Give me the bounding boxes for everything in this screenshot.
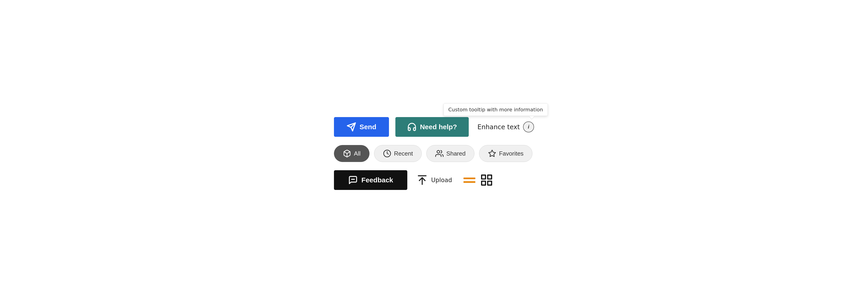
upload-label: Upload [431, 177, 452, 184]
feedback-label: Feedback [362, 176, 393, 184]
main-container: Custom tooltip with more information Sen… [320, 103, 548, 204]
filter-shared-label: Shared [446, 150, 466, 157]
svg-rect-14 [488, 181, 492, 185]
row-1: Send Need help? Enhance text i [334, 117, 534, 137]
line-2 [463, 181, 475, 183]
grid-view-icon[interactable] [480, 174, 493, 187]
tooltip-text: Custom tooltip with more information [448, 107, 543, 113]
enhance-text-group: Enhance text i [477, 121, 534, 132]
feedback-icon [348, 175, 358, 185]
filter-favorites-button[interactable]: Favorites [479, 145, 532, 162]
filter-all-button[interactable]: All [334, 145, 370, 162]
row-3: Feedback Upload [334, 170, 534, 190]
tooltip-box: Custom tooltip with more information [443, 103, 548, 116]
headset-icon [407, 122, 417, 132]
send-label: Send [360, 123, 376, 131]
all-icon [343, 149, 351, 158]
shared-icon [435, 149, 443, 158]
svg-marker-5 [489, 150, 496, 157]
feedback-button[interactable]: Feedback [334, 170, 407, 190]
recent-icon [383, 149, 391, 158]
filter-shared-button[interactable]: Shared [426, 145, 474, 162]
filter-recent-button[interactable]: Recent [374, 145, 422, 162]
help-label: Need help? [420, 123, 457, 131]
enhance-label: Enhance text [477, 123, 520, 131]
svg-rect-13 [482, 181, 486, 185]
send-icon [346, 122, 356, 132]
info-icon: i [528, 124, 529, 130]
filter-favorites-label: Favorites [499, 150, 524, 157]
svg-point-4 [437, 151, 440, 153]
send-button[interactable]: Send [334, 117, 389, 137]
tooltip-arrow [529, 116, 534, 120]
need-help-button[interactable]: Need help? [395, 117, 469, 137]
row-2-filters: All Recent Shared Favor [334, 145, 534, 162]
svg-rect-12 [488, 175, 492, 179]
info-button[interactable]: i [523, 121, 534, 132]
list-view-icon[interactable] [463, 178, 475, 183]
svg-rect-11 [482, 175, 486, 179]
filter-all-label: All [354, 150, 361, 157]
upload-icon [416, 174, 428, 186]
line-1 [463, 178, 475, 179]
favorites-icon [488, 149, 496, 158]
icon-group [463, 174, 493, 187]
filter-recent-label: Recent [394, 150, 413, 157]
upload-group[interactable]: Upload [416, 174, 452, 186]
tooltip-container: Custom tooltip with more information [443, 103, 548, 120]
